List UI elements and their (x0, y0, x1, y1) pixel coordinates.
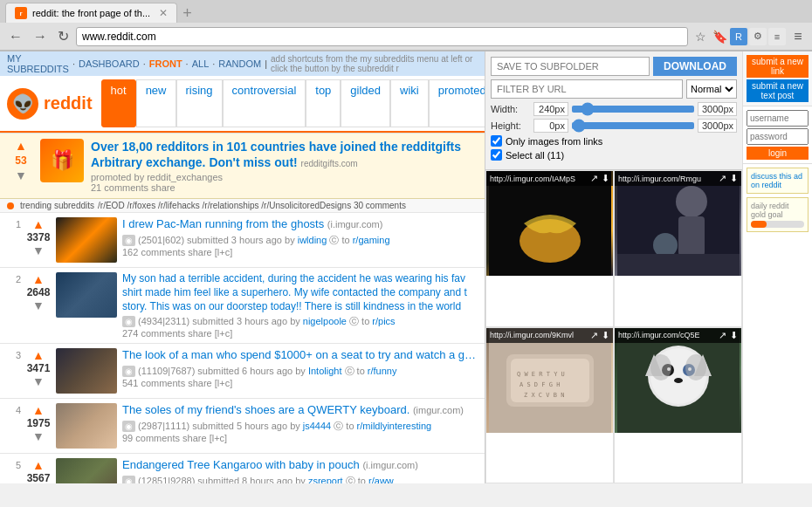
height-value-input[interactable] (533, 119, 568, 133)
image-cell[interactable]: http://i.imgur.com/cQ5E ↗ ⬇ (614, 327, 742, 484)
image-cell[interactable]: http://i.imgur.com/IAMpS ↗ ⬇ (485, 170, 614, 327)
open-image-icon[interactable]: ↗ (590, 173, 598, 184)
filter-by-url-input[interactable] (491, 79, 683, 99)
submit-text-button[interactable]: submit a new text post (747, 79, 809, 102)
share-link[interactable]: share (188, 247, 212, 257)
width-value-input[interactable] (533, 102, 568, 116)
username-input[interactable] (747, 110, 809, 127)
star-icon[interactable]: ☆ (692, 28, 709, 45)
tab-top[interactable]: top (306, 79, 341, 127)
browser-tab[interactable]: r reddit: the front page of th... ✕ (5, 3, 177, 23)
forward-button[interactable]: → (30, 27, 51, 46)
ext-icon-1[interactable]: R (730, 28, 747, 45)
tab-new[interactable]: new (136, 79, 176, 127)
image-preview-3[interactable]: Q W E R T Y U A S D F G H Z X C V B N (486, 328, 613, 433)
normal-select[interactable]: Normal (686, 79, 737, 99)
upvote-button[interactable]: ▲ (32, 217, 45, 231)
download-image-icon[interactable]: ⬇ (730, 173, 738, 184)
upvote-button[interactable]: ▲ (32, 348, 45, 362)
downvote-button[interactable]: ▼ (32, 298, 45, 312)
post-title[interactable]: I drew Pac-Man running from the ghosts (… (122, 217, 478, 232)
post-subreddit[interactable]: r/mildlyinteresting (357, 421, 432, 431)
image-cell[interactable]: http://i.imgur.com/9Kmvl ↗ ⬇ Q W E R T Y… (485, 327, 614, 484)
save-link[interactable]: [l+c] (210, 433, 227, 443)
address-bar[interactable] (76, 27, 688, 46)
post-title[interactable]: The soles of my friend's shoes are a QWE… (122, 403, 478, 418)
back-button[interactable]: ← (5, 27, 26, 46)
banner-upvote[interactable]: ▲ (15, 139, 27, 153)
share-link[interactable]: share (182, 433, 207, 443)
comments-link[interactable]: 162 comments (122, 247, 185, 257)
bookmark-icon[interactable]: 🔖 (711, 28, 728, 45)
new-tab-button[interactable]: + (182, 4, 192, 23)
image-preview-1[interactable] (486, 171, 613, 276)
post-author[interactable]: Intolight (308, 366, 342, 376)
browser-menu-button[interactable]: ≡ (789, 28, 807, 45)
post-thumbnail[interactable] (56, 348, 117, 394)
post-thumbnail[interactable] (56, 272, 117, 318)
ext-icon-2[interactable]: ⚙ (749, 28, 767, 45)
banner-downvote[interactable]: ▼ (15, 168, 27, 182)
post-author[interactable]: zsreport (308, 476, 343, 483)
downvote-button[interactable]: ▼ (32, 429, 45, 443)
post-thumbnail[interactable] (56, 458, 117, 483)
download-image-icon[interactable]: ⬇ (730, 330, 738, 341)
save-link[interactable]: [l+c] (215, 328, 232, 339)
tab-rising[interactable]: rising (176, 79, 223, 127)
comments-link[interactable]: 274 comments (122, 328, 185, 339)
comments-link[interactable]: 99 comments (122, 433, 180, 443)
submit-link-button[interactable]: submit a new link (747, 55, 809, 78)
post-subreddit[interactable]: r/pics (372, 316, 395, 326)
post-author[interactable]: iwlding (298, 235, 327, 245)
downvote-button[interactable]: ▼ (32, 374, 45, 388)
image-cell[interactable]: http://i.imgur.com/Rmgu ↗ ⬇ (614, 170, 742, 327)
share-link[interactable]: share (188, 378, 212, 388)
post-thumbnail[interactable] (56, 217, 117, 263)
post-thumbnail[interactable] (56, 403, 117, 449)
tab-gilded[interactable]: gilded (341, 79, 390, 127)
dashboard-link[interactable]: DASHBOARD (79, 58, 140, 69)
tab-close-button[interactable]: ✕ (159, 7, 168, 19)
banner-share-link[interactable]: share (151, 182, 175, 193)
open-image-icon[interactable]: ↗ (719, 330, 726, 341)
upvote-button[interactable]: ▲ (32, 272, 45, 286)
comments-link[interactable]: 541 comments (122, 378, 185, 388)
only-images-checkbox[interactable] (491, 135, 502, 147)
refresh-button[interactable]: ↻ (54, 26, 72, 46)
all-link[interactable]: ALL (192, 58, 210, 69)
width-slider[interactable] (572, 106, 694, 113)
upvote-button[interactable]: ▲ (32, 403, 45, 417)
login-button[interactable]: login (747, 147, 809, 160)
save-link[interactable]: [l+c] (215, 247, 232, 257)
ext-icon-3[interactable]: ≡ (768, 28, 786, 45)
post-subreddit[interactable]: r/funny (368, 366, 397, 376)
select-all-checkbox[interactable] (491, 149, 502, 161)
download-image-icon[interactable]: ⬇ (602, 330, 609, 341)
tab-hot[interactable]: hot (101, 79, 136, 127)
tab-promoted[interactable]: promoted (429, 79, 485, 127)
post-title[interactable]: Endangered Tree Kangaroo with baby in po… (122, 458, 478, 473)
save-to-subfolder-input[interactable] (491, 57, 650, 76)
width-max-input[interactable] (698, 102, 737, 116)
post-title[interactable]: The look of a man who spend $1000+ on a … (122, 348, 478, 363)
random-link[interactable]: RANDOM (218, 58, 261, 69)
post-subreddit[interactable]: r/aww (368, 476, 394, 483)
save-link[interactable]: [l+c] (215, 378, 232, 388)
open-image-icon[interactable]: ↗ (719, 173, 726, 184)
height-max-input[interactable] (698, 119, 737, 133)
banner-title[interactable]: Over 18,00 redditors in 101 countries ha… (91, 139, 476, 170)
reddit-logo-text[interactable]: reddit (44, 93, 93, 113)
height-slider[interactable] (572, 122, 694, 129)
banner-comments-link[interactable]: 21 comments (91, 182, 148, 193)
post-author[interactable]: js4444 (303, 421, 331, 431)
image-preview-4[interactable] (615, 328, 741, 433)
share-link[interactable]: share (188, 328, 212, 339)
downvote-button[interactable]: ▼ (32, 243, 45, 257)
post-author[interactable]: nigelpoole (303, 316, 347, 326)
download-button[interactable]: DOWNLOAD (653, 57, 737, 76)
image-preview-2[interactable] (615, 171, 741, 276)
post-subreddit[interactable]: r/gaming (353, 235, 390, 245)
open-image-icon[interactable]: ↗ (590, 330, 598, 341)
upvote-button[interactable]: ▲ (32, 458, 45, 472)
password-input[interactable] (747, 128, 809, 145)
